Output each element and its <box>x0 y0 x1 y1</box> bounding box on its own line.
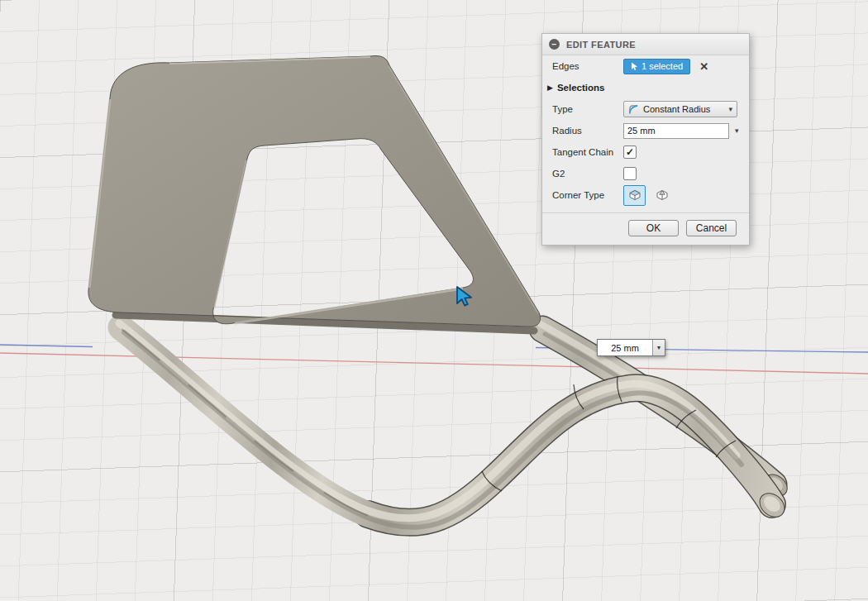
minus-glyph: − <box>552 41 557 49</box>
expand-arrow-icon: ▶ <box>547 83 553 92</box>
corner-type-label: Corner Type <box>552 190 623 200</box>
ok-button[interactable]: OK <box>628 220 679 236</box>
g2-row: G2 <box>542 163 749 184</box>
constant-radius-icon <box>628 104 639 115</box>
cancel-button[interactable]: Cancel <box>686 220 737 236</box>
selections-label: Selections <box>557 83 605 93</box>
edit-feature-dialog: − EDIT FEATURE Edges 1 selected ✕ ▶ Sele… <box>541 33 750 246</box>
rolling-ball-corner-icon <box>628 188 641 202</box>
axis-line-red <box>0 353 868 374</box>
collapse-dialog-icon[interactable]: − <box>549 39 560 50</box>
check-icon: ✓ <box>626 147 634 157</box>
tangent-chain-checkbox[interactable]: ✓ <box>623 145 637 159</box>
type-dropdown[interactable]: Constant Radius ▾ <box>623 101 737 117</box>
type-label: Type <box>552 104 623 114</box>
clear-selection-icon[interactable]: ✕ <box>699 61 708 72</box>
setback-corner-icon <box>656 188 669 202</box>
selections-expander[interactable]: ▶ Selections <box>542 77 749 98</box>
tangent-chain-label: Tangent Chain <box>552 147 623 157</box>
g2-checkbox[interactable] <box>623 167 637 180</box>
inline-radius-dropdown-arrow[interactable]: ▾ <box>652 340 665 355</box>
radius-label: Radius <box>552 126 623 136</box>
axis-line-blue-left <box>0 345 93 347</box>
cursor-arrow-icon <box>631 62 638 71</box>
plate-face[interactable] <box>88 55 541 327</box>
edges-label: Edges <box>552 61 623 71</box>
g2-label: G2 <box>552 169 623 179</box>
inline-radius-input-group[interactable]: ▾ <box>597 339 665 356</box>
dialog-buttons-row: OK Cancel <box>542 213 749 245</box>
radius-dropdown-arrow-icon[interactable]: ▾ <box>735 126 739 135</box>
type-row: Type Constant Radius ▾ <box>542 98 749 120</box>
swept-tube-front[interactable] <box>119 323 789 527</box>
radius-row: Radius ▾ <box>542 120 749 141</box>
caret-down-icon: ▾ <box>657 344 661 351</box>
type-value: Constant Radius <box>643 104 710 114</box>
corner-type-row: Corner Type <box>542 184 749 206</box>
corner-type-rolling-ball-button[interactable] <box>623 185 646 206</box>
radius-input[interactable] <box>623 123 729 139</box>
dialog-title: EDIT FEATURE <box>566 40 636 50</box>
edges-row: Edges 1 selected ✕ <box>542 55 749 77</box>
3d-viewport[interactable]: ▾ − EDIT FEATURE Edges 1 selected ✕ <box>0 0 868 601</box>
corner-type-setback-button[interactable] <box>651 185 673 206</box>
selected-edges-count: 1 selected <box>641 61 683 71</box>
plate-body[interactable] <box>88 55 541 331</box>
selected-edges-button[interactable]: 1 selected <box>623 59 690 74</box>
inline-radius-input[interactable] <box>598 340 652 355</box>
dialog-header[interactable]: − EDIT FEATURE <box>542 34 749 55</box>
tangent-chain-row: Tangent Chain ✓ <box>542 141 749 163</box>
chevron-down-icon: ▾ <box>728 105 732 113</box>
